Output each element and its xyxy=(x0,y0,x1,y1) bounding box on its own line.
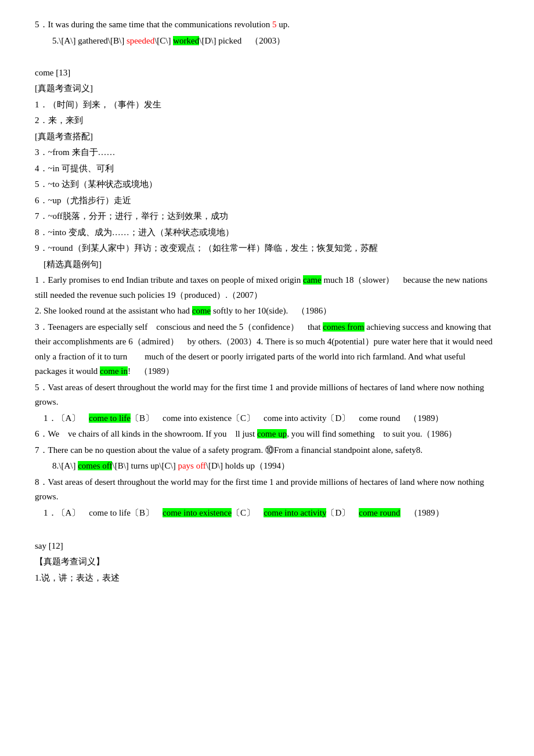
come-usage6: 6．~up（尤指步行）走近 xyxy=(35,193,499,208)
come-usage4: 4．~in 可提供、可利 xyxy=(35,161,499,177)
come-into-existence-option: come into existence xyxy=(163,508,232,517)
come-in-highlight: come in xyxy=(100,366,128,376)
say-entry-section: say [12] 【真题考查词义】 1.说，讲；表达，表述 xyxy=(35,539,499,586)
come-meaning-header1: [真题考查词义] xyxy=(35,81,499,96)
question5-answer: 5.\[A\] gathered\[B\] speeded\[C\] worke… xyxy=(35,34,499,49)
come-usage3: 3．~from 来自于…… xyxy=(35,145,499,160)
example6-text: 7．There can be no question about the val… xyxy=(35,443,499,458)
come-into-activity-option: come into activity xyxy=(264,508,326,517)
comes-from-highlight: comes from xyxy=(323,322,364,332)
main-content: 5．It was during the same time that the c… xyxy=(35,17,499,585)
say-meaning1: 1.说，讲；表达，表述 xyxy=(35,571,499,586)
example4-options: 1．〔A〕 come to life〔B〕 come into existenc… xyxy=(35,411,499,426)
say-entry-title: say [12] xyxy=(35,539,499,554)
pays-off-highlight: pays off xyxy=(178,461,205,470)
example2: 2. She looked round at the assistant who… xyxy=(35,304,499,319)
come-usage9: 9．~round（到某人家中）拜访；改变观点；（如往常一样）降临，发生；恢复知觉… xyxy=(35,241,499,256)
question5-number: 5 xyxy=(272,20,277,29)
speeded-option: speeded xyxy=(127,36,154,45)
come-usage5: 5．~to 达到（某种状态或境地） xyxy=(35,177,499,192)
come-entry-section: come [13] [真题考查词义] 1．（时间）到来，（事件）发生 2．来，来… xyxy=(35,66,499,521)
example7-text: 8．Vast areas of desert throughout the wo… xyxy=(35,475,499,505)
come-up-highlight: come up xyxy=(257,429,287,438)
question5-section: 5．It was during the same time that the c… xyxy=(35,17,499,48)
come-example-header: [精选真题例句] xyxy=(35,257,499,272)
come-to-life-option: come to life xyxy=(89,413,131,423)
example7-options: 1．〔A〕 come to life〔B〕 come into existenc… xyxy=(35,506,499,521)
worked-option: worked xyxy=(173,36,199,45)
example1: 1．Early promises to end Indian tribute a… xyxy=(35,273,499,303)
come-meaning1: 1．（时间）到来，（事件）发生 xyxy=(35,98,499,113)
come-entry-title: come [13] xyxy=(35,66,499,81)
come-usage8: 8．~into 变成、成为……；进入（某种状态或境地） xyxy=(35,225,499,240)
comes-off-highlight: comes off xyxy=(78,461,112,470)
example3: 3．Teenagers are especially self consciou… xyxy=(35,320,499,379)
came-highlight: came xyxy=(303,275,322,285)
come-usage-header: [真题考查搭配] xyxy=(35,129,499,145)
example6-answer: 8.\[A\] comes off\[B\] turns up\[C\] pay… xyxy=(35,459,499,474)
example4-text: 5．Vast areas of desert throughout the wo… xyxy=(35,380,499,410)
question5-text: 5．It was during the same time that the c… xyxy=(35,17,499,33)
come-highlight2: come xyxy=(192,306,211,315)
example5-text: 6．We ve chairs of all kinds in the showr… xyxy=(35,427,499,442)
come-round-option: come round xyxy=(359,508,400,517)
say-meaning-header: 【真题考查词义】 xyxy=(35,555,499,570)
come-meaning2: 2．来，来到 xyxy=(35,113,499,128)
come-usage7: 7．~off脱落，分开；进行，举行；达到效果，成功 xyxy=(35,209,499,224)
